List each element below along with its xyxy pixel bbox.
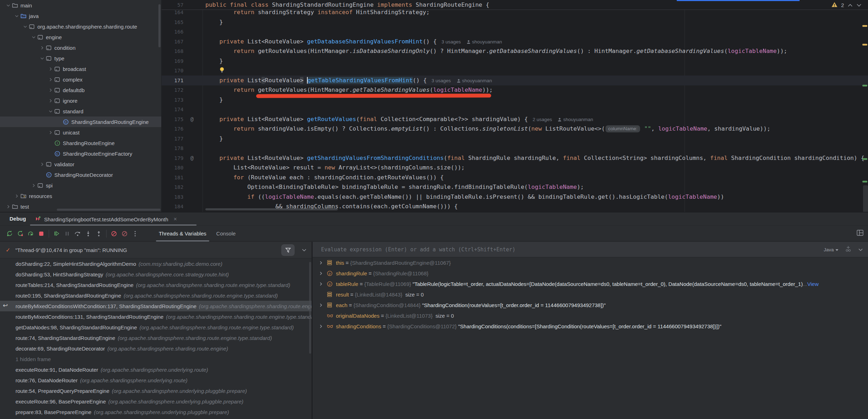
chevron-right-icon[interactable] bbox=[47, 98, 54, 103]
intention-bulb-icon[interactable] bbox=[219, 67, 224, 73]
step-out-button[interactable] bbox=[94, 229, 104, 239]
stop-button[interactable] bbox=[36, 229, 47, 239]
editor-vertical-scrollbar[interactable] bbox=[863, 185, 868, 212]
code-editor[interactable]: 164return shardingStrategy instanceof Hi… bbox=[162, 0, 868, 212]
step-over-button[interactable] bbox=[72, 229, 83, 239]
pause-button[interactable] bbox=[62, 229, 72, 239]
thread-dropdown-chevron-icon[interactable] bbox=[302, 247, 307, 253]
tree-item-main[interactable]: main bbox=[0, 0, 161, 11]
info-stripe-mark[interactable] bbox=[862, 158, 867, 160]
variable-row-tableRule[interactable]: ptableRule = {TableRule@11069} "TableRul… bbox=[313, 279, 868, 289]
code-line-182[interactable]: 182Optional<BindingTableRule> bindingTab… bbox=[162, 182, 868, 192]
info-stripe-mark[interactable] bbox=[862, 181, 867, 182]
chevron-right-icon[interactable] bbox=[38, 45, 46, 50]
stack-frame-row[interactable]: getDataNodes:98, ShardingStandardRouting… bbox=[0, 322, 312, 333]
chevron-right-icon[interactable] bbox=[47, 87, 54, 93]
code-line-177[interactable]: 177} bbox=[162, 134, 868, 144]
tree-item-standard[interactable]: standard bbox=[0, 106, 161, 116]
tree-item-resources[interactable]: resources bbox=[0, 191, 161, 201]
chevron-right-icon[interactable] bbox=[13, 193, 20, 199]
tree-item-complex[interactable]: complex bbox=[0, 74, 161, 85]
frames-scrollbar[interactable] bbox=[309, 262, 311, 354]
rerun-failed-tests-button[interactable] bbox=[15, 229, 25, 239]
expand-chevron-icon[interactable] bbox=[319, 282, 324, 286]
prev-problem-icon[interactable] bbox=[848, 2, 853, 8]
usages-inlay-hint[interactable]: 3 usages shouyuanman bbox=[440, 39, 502, 44]
tree-item-engine[interactable]: engine bbox=[0, 32, 161, 42]
tree-item-defaultdb[interactable]: defaultdb bbox=[0, 85, 161, 95]
warning-stripe-mark[interactable] bbox=[862, 44, 867, 46]
expand-chevron-icon[interactable] bbox=[319, 324, 324, 329]
tree-item-java[interactable]: java bbox=[0, 11, 161, 21]
code-line-168[interactable]: 168return getRouteValues(HintManager.isD… bbox=[162, 46, 868, 56]
expand-chevron-icon[interactable] bbox=[319, 261, 324, 265]
view-link[interactable]: View bbox=[807, 281, 819, 287]
code-line-172[interactable]: 172return getRouteValues(HintManager.get… bbox=[162, 85, 868, 95]
chevron-down-icon[interactable] bbox=[21, 24, 29, 29]
tree-item-shardingrouteenginefactory[interactable]: CShardingRouteEngineFactory bbox=[0, 148, 161, 159]
tree-item-broadcast[interactable]: broadcast bbox=[0, 64, 161, 74]
tab-threads-variables[interactable]: Threads & Variables bbox=[154, 226, 211, 241]
stack-frame-row[interactable]: routeTables:214, ShardingStandardRouting… bbox=[0, 280, 312, 290]
evaluate-language-selector[interactable]: Java bbox=[824, 247, 838, 252]
tree-item-shardingstandardroutingengine[interactable]: CShardingStandardRoutingEngine bbox=[0, 116, 161, 127]
chevron-right-icon[interactable] bbox=[4, 204, 12, 209]
code-line-180[interactable]: 180List<RouteValue> result = new ArrayLi… bbox=[162, 163, 868, 173]
chevron-right-icon[interactable] bbox=[38, 161, 46, 167]
chevron-down-icon[interactable] bbox=[4, 2, 12, 8]
stack-frame-row[interactable]: executeRoute:96, BasePrepareEngine(org.a… bbox=[0, 396, 312, 407]
mute-breakpoints-button[interactable] bbox=[109, 229, 119, 239]
resume-button[interactable] bbox=[51, 229, 62, 239]
code-line-171[interactable]: 171private List<RouteValue> getTableShar… bbox=[162, 76, 868, 85]
method-gutter-icon[interactable]: @ bbox=[185, 153, 199, 163]
variable-row-result[interactable]: result = {LinkedList@14843} size = 0 bbox=[313, 289, 868, 300]
close-icon[interactable]: × bbox=[174, 216, 177, 222]
add-watch-icon[interactable] bbox=[845, 246, 852, 253]
chevron-right-icon[interactable] bbox=[47, 77, 54, 82]
tree-item-shardingroutedecorator[interactable]: CShardingRouteDecorator bbox=[0, 169, 161, 180]
tree-horizontal-scrollbar[interactable] bbox=[57, 209, 161, 211]
stack-frame-row[interactable]: route:54, PreparedQueryPrepareEngine(org… bbox=[0, 385, 312, 396]
expand-chevron-icon[interactable] bbox=[319, 271, 324, 276]
inspections-widget[interactable]: 2 bbox=[831, 1, 862, 9]
restart-button[interactable] bbox=[25, 229, 36, 239]
chevron-right-icon[interactable] bbox=[30, 182, 37, 188]
code-line-176[interactable]: 176return shardingValue.isEmpty() ? Coll… bbox=[162, 124, 868, 134]
chevron-right-icon[interactable] bbox=[47, 66, 54, 72]
chevron-down-icon[interactable] bbox=[38, 55, 46, 61]
chevron-down-icon[interactable] bbox=[13, 13, 20, 19]
code-line-57[interactable]: 57public final class ShardingStandardRou… bbox=[162, 0, 868, 10]
tab-console[interactable]: Console bbox=[211, 226, 241, 241]
code-line-166[interactable]: 166 bbox=[162, 27, 868, 37]
watches-chevron-icon[interactable] bbox=[858, 246, 863, 253]
tree-item-shardingrouteengine[interactable]: IShardingRouteEngine bbox=[0, 138, 161, 148]
stack-frame-row[interactable]: prepare:83, BasePrepareEngine(org.apache… bbox=[0, 407, 312, 417]
stack-frame-row[interactable]: decorate:69, ShardingRouteDecorator(org.… bbox=[0, 343, 312, 354]
method-gutter-icon[interactable]: @ bbox=[185, 114, 199, 124]
stack-frame-row[interactable]: routeByMixedConditions:131, ShardingStan… bbox=[0, 311, 312, 322]
tree-item-spi[interactable]: spi bbox=[0, 180, 161, 191]
editor-horizontal-scrollbar[interactable] bbox=[205, 208, 338, 210]
code-line-174[interactable]: 174 bbox=[162, 104, 868, 114]
stack-frame-row[interactable]: 1 hidden frame bbox=[0, 354, 312, 364]
code-line-169[interactable]: 169} bbox=[162, 56, 868, 66]
variable-row-shardingRule[interactable]: pshardingRule = {ShardingRule@11068} bbox=[313, 268, 868, 279]
stack-frame-row[interactable]: ↩routeByMixedConditionsWithCondition:137… bbox=[0, 301, 312, 311]
code-line-178[interactable]: 178 bbox=[162, 143, 868, 153]
step-into-button[interactable] bbox=[83, 229, 94, 239]
more-button[interactable] bbox=[130, 229, 140, 239]
code-line-167[interactable]: 167private List<RouteValue> getDatabaseS… bbox=[162, 37, 868, 47]
view-breakpoints-button[interactable] bbox=[119, 229, 130, 239]
stack-frame-row[interactable]: route0:195, ShardingStandardRoutingEngin… bbox=[0, 290, 312, 301]
stack-frame-row[interactable]: doSharding:53, HintShardingStrategy(org.… bbox=[0, 269, 312, 280]
variable-row-this[interactable]: this = {ShardingStandardRoutingEngine@11… bbox=[313, 257, 868, 268]
variable-row-shardingConditions[interactable]: shardingConditions = {ShardingConditions… bbox=[313, 321, 868, 331]
stack-frame-row[interactable]: route:76, DataNodeRouter(org.apache.shar… bbox=[0, 375, 312, 385]
variable-row-each[interactable]: each = {ShardingCondition@14844} "Shardi… bbox=[313, 300, 868, 310]
stack-frame-row[interactable]: doSharding:22, SimpleHintShardingAlgorit… bbox=[0, 258, 312, 269]
chevron-down-icon[interactable] bbox=[47, 108, 54, 114]
tree-item-org-apache-shardingsphere-sharding-route[interactable]: org.apache.shardingsphere.sharding.route bbox=[0, 21, 161, 32]
thread-selector[interactable]: ✓ "Thread-9"@10,474 in group "main": RUN… bbox=[0, 242, 312, 258]
stack-frame-row[interactable]: route:74, ShardingStandardRoutingEngine(… bbox=[0, 333, 312, 343]
usages-inlay-hint[interactable]: 3 usages shouyuanman bbox=[430, 78, 492, 83]
